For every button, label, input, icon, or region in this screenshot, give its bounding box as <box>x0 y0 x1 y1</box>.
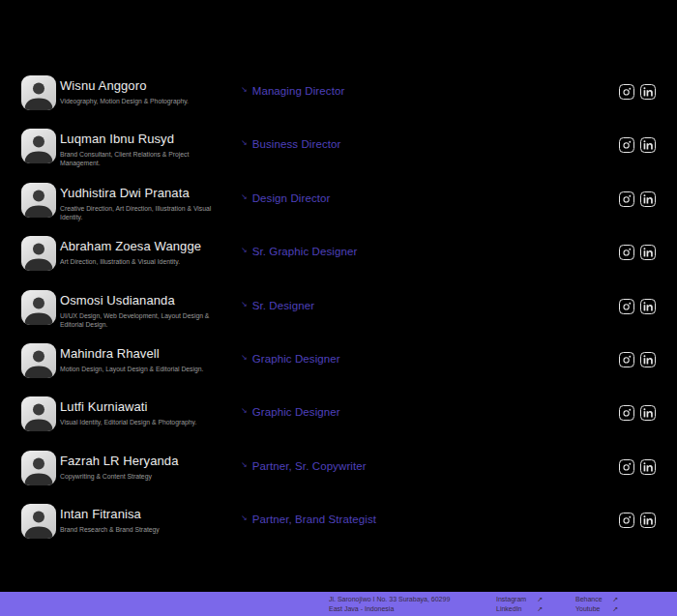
person-silhouette-icon <box>21 504 56 539</box>
member-skills: Brand Research & Brand Strategy <box>60 525 215 534</box>
member-role-label: Business Director <box>252 138 341 151</box>
member-role-link[interactable]: ↘ Graphic Designer <box>241 396 615 431</box>
footer-link-behance-label: Behance <box>575 595 603 605</box>
instagram-button[interactable] <box>619 191 634 207</box>
arrow-down-right-icon: ↘ <box>241 407 248 415</box>
team-member-row: Intan Fitranisa Brand Research & Brand S… <box>21 504 656 539</box>
person-silhouette-icon <box>21 396 56 431</box>
member-name: Wisnu Anggoro <box>60 78 237 93</box>
member-info: Yudhistira Dwi Pranata Creative Directio… <box>60 183 237 221</box>
member-role-link[interactable]: ↘ Graphic Designer <box>241 343 615 378</box>
footer-link-youtube-label: Youtube <box>575 604 600 615</box>
footer-links-column-1: Instagram ↗ LinkedIn ↗ <box>496 595 543 615</box>
linkedin-button[interactable] <box>640 245 656 260</box>
footer-link-behance[interactable]: Behance ↗ <box>575 595 618 605</box>
linkedin-icon <box>643 462 653 472</box>
linkedin-button[interactable] <box>640 459 656 475</box>
member-role-link[interactable]: ↘ Managing Director <box>241 75 615 110</box>
member-social-buttons <box>619 459 656 485</box>
member-social-buttons <box>619 405 656 431</box>
footer-address: Jl. Saronojiwo I No. 33 Surabaya, 60299 … <box>329 595 450 615</box>
linkedin-button[interactable] <box>640 405 656 421</box>
arrow-up-right-icon: ↗ <box>612 604 618 615</box>
member-social-buttons <box>619 84 656 110</box>
footer-link-linkedin-label: LinkedIn <box>496 604 521 615</box>
linkedin-button[interactable] <box>640 513 656 528</box>
team-member-row: Osmosi Usdiananda UI/UX Design, Web Deve… <box>21 290 656 325</box>
arrow-down-right-icon: ↘ <box>241 301 248 308</box>
arrow-down-right-icon: ↘ <box>241 193 248 201</box>
footer-link-youtube[interactable]: Youtube ↗ <box>575 604 618 615</box>
instagram-button[interactable] <box>619 137 634 153</box>
team-member-row: Luqman Ibnu Rusyd Brand Consultant, Clie… <box>21 129 656 163</box>
member-role-link[interactable]: ↘ Design Director <box>241 183 615 221</box>
instagram-button[interactable] <box>619 245 634 260</box>
instagram-icon <box>622 140 632 150</box>
member-social-buttons <box>619 191 656 221</box>
footer-link-instagram[interactable]: Instagram ↗ <box>496 595 543 605</box>
linkedin-button[interactable] <box>640 137 656 153</box>
member-role-label: Graphic Designer <box>252 406 340 419</box>
member-avatar <box>21 396 56 431</box>
linkedin-button[interactable] <box>640 352 656 367</box>
arrow-up-right-icon: ↗ <box>612 595 618 605</box>
member-name: Fazrah LR Heryanda <box>60 454 237 468</box>
linkedin-button[interactable] <box>640 191 656 207</box>
member-avatar <box>21 236 56 271</box>
member-name: Luqman Ibnu Rusyd <box>60 132 237 146</box>
footer: Jl. Saronojiwo I No. 33 Surabaya, 60299 … <box>0 592 677 616</box>
member-social-buttons <box>619 299 656 329</box>
instagram-button[interactable] <box>619 459 634 475</box>
team-member-row: Abraham Zoesa Wangge Art Direction, Illu… <box>21 236 656 271</box>
linkedin-icon <box>643 140 653 150</box>
instagram-button[interactable] <box>619 513 634 528</box>
instagram-button[interactable] <box>619 299 634 314</box>
member-role-link[interactable]: ↘ Sr. Designer <box>241 290 615 329</box>
member-role-link[interactable]: ↘ Partner, Brand Strategist <box>241 504 615 539</box>
instagram-button[interactable] <box>619 405 634 421</box>
arrow-down-right-icon: ↘ <box>241 139 248 147</box>
member-info: Fazrah LR Heryanda Copywriting & Content… <box>60 451 237 485</box>
arrow-down-right-icon: ↘ <box>241 86 248 94</box>
footer-address-line2: East Java - Indonesia <box>329 604 450 615</box>
instagram-icon <box>622 87 632 97</box>
person-silhouette-icon <box>21 183 56 218</box>
member-role-link[interactable]: ↘ Partner, Sr. Copywriter <box>241 451 615 485</box>
team-list: Wisnu Anggoro Videography, Motion Design… <box>21 75 656 558</box>
team-member-row: Wisnu Anggoro Videography, Motion Design… <box>21 75 656 110</box>
person-silhouette-icon <box>21 129 56 163</box>
instagram-icon <box>622 408 632 418</box>
member-name: Mahindra Rhavell <box>60 346 237 361</box>
member-skills: Art Direction, Illustration & Visual Ide… <box>60 257 215 266</box>
member-info: Osmosi Usdiananda UI/UX Design, Web Deve… <box>60 290 237 329</box>
member-skills: Copywriting & Content Strategy <box>60 472 215 481</box>
linkedin-button[interactable] <box>640 84 656 100</box>
instagram-button[interactable] <box>619 352 634 367</box>
linkedin-icon <box>643 408 653 418</box>
member-skills: Visual Identity, Editorial Design & Phot… <box>60 418 215 426</box>
linkedin-icon <box>643 515 653 525</box>
member-avatar <box>21 290 56 325</box>
instagram-icon <box>622 355 632 365</box>
team-member-row: Yudhistira Dwi Pranata Creative Directio… <box>21 183 656 218</box>
member-role-label: Partner, Brand Strategist <box>252 513 376 526</box>
member-role-link[interactable]: ↘ Business Director <box>241 129 615 167</box>
instagram-button[interactable] <box>619 84 634 100</box>
member-role-link[interactable]: ↘ Sr. Graphic Designer <box>241 236 615 271</box>
member-role-label: Sr. Designer <box>252 300 314 312</box>
person-silhouette-icon <box>21 451 56 485</box>
footer-link-linkedin[interactable]: LinkedIn ↗ <box>496 604 543 615</box>
member-info: Abraham Zoesa Wangge Art Direction, Illu… <box>60 236 237 271</box>
member-avatar <box>21 451 56 485</box>
instagram-icon <box>622 515 632 525</box>
linkedin-button[interactable] <box>640 299 656 314</box>
member-skills: Brand Consultant, Client Relations & Pro… <box>60 150 215 167</box>
member-info: Luqman Ibnu Rusyd Brand Consultant, Clie… <box>60 129 237 167</box>
team-member-row: Lutfi Kurniawati Visual Identity, Editor… <box>21 396 656 431</box>
person-silhouette-icon <box>21 75 56 110</box>
team-member-row: Fazrah LR Heryanda Copywriting & Content… <box>21 451 656 485</box>
member-name: Lutfi Kurniawati <box>60 399 237 414</box>
person-silhouette-icon <box>21 236 56 271</box>
instagram-icon <box>622 462 632 472</box>
linkedin-icon <box>643 355 653 365</box>
